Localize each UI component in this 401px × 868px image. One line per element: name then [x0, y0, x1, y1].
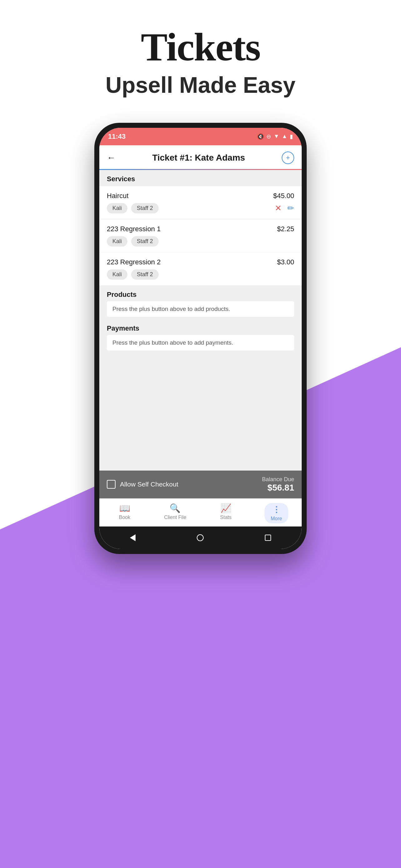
android-back-button[interactable]	[130, 534, 136, 541]
service-price-3: $3.00	[277, 258, 294, 266]
signal-icon: ▲	[282, 133, 287, 140]
products-section: Products Press the plus button above to …	[99, 286, 302, 319]
balance-amount: $56.81	[262, 483, 294, 493]
page-background: Tickets Upsell Made Easy 11:43 🔇 ⊖ ▼ ▲ ▮	[0, 0, 401, 868]
payments-hint: Press the plus button above to add payme…	[107, 335, 294, 350]
battery-icon: ▮	[290, 133, 293, 140]
staff-tag-2[interactable]: Staff 2	[131, 203, 159, 213]
android-recents-button[interactable]	[265, 535, 271, 541]
android-nav-bar	[99, 526, 302, 549]
alarm-icon: ⊖	[266, 133, 271, 140]
android-home-button[interactable]	[197, 534, 204, 541]
mute-icon: 🔇	[257, 133, 264, 140]
service-item-regression1: 223 Regression 1 $2.25 Kali Staff 2	[99, 219, 302, 252]
service-row-top-3: 223 Regression 2 $3.00	[107, 258, 294, 266]
service-item-haircut: Haircut $45.00 Kali Staff 2 ✕ ✏	[99, 186, 302, 219]
status-bar: 11:43 🔇 ⊖ ▼ ▲ ▮	[99, 128, 302, 145]
nav-item-client-file[interactable]: 🔍 Client File	[150, 503, 201, 523]
products-hint: Press the plus button above to add produ…	[107, 301, 294, 317]
more-icon: ⋮	[272, 505, 280, 515]
add-button[interactable]: +	[282, 152, 294, 164]
services-header: Services	[99, 170, 302, 186]
nav-bg-client: 🔍 Client File	[164, 503, 186, 520]
staff-tag-kali[interactable]: Kali	[107, 203, 127, 213]
nav-item-book[interactable]: 📖 Book	[99, 503, 150, 523]
nav-label-book: Book	[119, 515, 130, 520]
back-button[interactable]: ←	[107, 153, 115, 163]
nav-label-more: More	[271, 516, 282, 522]
staff-tag-2c[interactable]: Staff 2	[131, 269, 159, 280]
nav-label-stats: Stats	[220, 515, 231, 520]
delete-icon[interactable]: ✕	[275, 204, 282, 213]
status-time: 11:43	[108, 132, 126, 141]
payments-section: Payments Press the plus button above to …	[99, 319, 302, 353]
phone-screen: 11:43 🔇 ⊖ ▼ ▲ ▮ ← Ticket #1: Kate Adams …	[99, 128, 302, 549]
content-spacer	[99, 353, 302, 470]
service-item-regression2: 223 Regression 2 $3.00 Kali Staff 2	[99, 252, 302, 286]
staff-tag-kali-2[interactable]: Kali	[107, 236, 127, 247]
checkout-label: Allow Self Checkout	[120, 480, 178, 488]
services-card: Haircut $45.00 Kali Staff 2 ✕ ✏	[99, 186, 302, 286]
page-title: Tickets	[0, 25, 401, 69]
service-row-bottom-2: Kali Staff 2	[107, 236, 294, 247]
status-icons: 🔇 ⊖ ▼ ▲ ▮	[257, 133, 293, 140]
service-name-3: 223 Regression 2	[107, 258, 161, 266]
wifi-icon: ▼	[274, 133, 279, 140]
staff-tag-kali-3[interactable]: Kali	[107, 269, 127, 280]
service-price-2: $2.25	[277, 225, 294, 233]
service-row-bottom: Kali Staff 2 ✕ ✏	[107, 203, 294, 213]
service-price: $45.00	[273, 192, 294, 200]
header-section: Tickets Upsell Made Easy	[0, 0, 401, 98]
app-header: ← Ticket #1: Kate Adams +	[99, 145, 302, 170]
search-icon: 🔍	[170, 503, 180, 514]
edit-icon[interactable]: ✏	[287, 204, 294, 213]
service-name: Haircut	[107, 192, 129, 200]
nav-bg-stats: 📈 Stats	[220, 503, 231, 520]
checkout-right: Balance Due $56.81	[262, 476, 294, 493]
bottom-nav: 📖 Book 🔍 Client File 📈 Stats	[99, 498, 302, 526]
payments-header: Payments	[107, 324, 294, 333]
stats-icon: 📈	[221, 503, 231, 514]
phone-mockup: 11:43 🔇 ⊖ ▼ ▲ ▮ ← Ticket #1: Kate Adams …	[94, 123, 307, 554]
balance-label: Balance Due	[262, 476, 294, 483]
staff-tag-2b[interactable]: Staff 2	[131, 236, 159, 247]
service-row-top-2: 223 Regression 1 $2.25	[107, 225, 294, 233]
service-row-top: Haircut $45.00	[107, 192, 294, 200]
action-icons: ✕ ✏	[275, 204, 294, 213]
service-name-2: 223 Regression 1	[107, 225, 161, 233]
checkout-bar: Allow Self Checkout Balance Due $56.81	[99, 470, 302, 498]
products-header: Products	[107, 290, 294, 299]
nav-bg-more: ⋮ More	[265, 503, 288, 523]
checkout-left: Allow Self Checkout	[107, 480, 178, 489]
nav-item-more[interactable]: ⋮ More	[251, 503, 302, 523]
self-checkout-checkbox[interactable]	[107, 480, 115, 489]
service-row-bottom-3: Kali Staff 2	[107, 269, 294, 280]
nav-bg-book: 📖 Book	[119, 503, 130, 520]
nav-item-stats[interactable]: 📈 Stats	[201, 503, 251, 523]
nav-label-client: Client File	[164, 515, 186, 520]
app-content: Services Haircut $45.00 Kali Staff 2	[99, 170, 302, 470]
header-row: ← Ticket #1: Kate Adams +	[107, 152, 294, 169]
book-icon: 📖	[119, 503, 130, 514]
phone-frame: 11:43 🔇 ⊖ ▼ ▲ ▮ ← Ticket #1: Kate Adams …	[94, 123, 307, 554]
ticket-title: Ticket #1: Kate Adams	[152, 153, 245, 163]
page-subtitle: Upsell Made Easy	[0, 72, 401, 98]
